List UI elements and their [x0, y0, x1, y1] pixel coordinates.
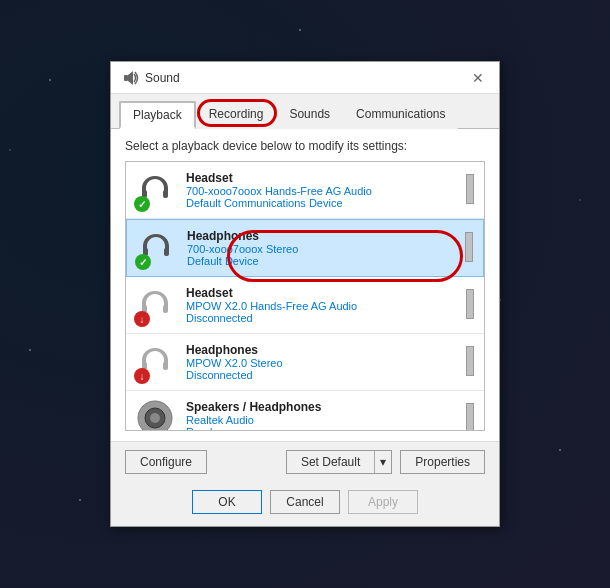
scroll-indicator [466, 346, 474, 376]
scroll-indicator [466, 403, 474, 431]
scroll-indicator [466, 289, 474, 319]
device-icon: ↓ [136, 342, 176, 382]
device-sub: Realtek Audio [186, 414, 466, 426]
device-name: Speakers / Headphones [186, 400, 466, 414]
dialog-title: Sound [145, 71, 180, 85]
device-icon: ↓ [136, 285, 176, 325]
device-sub: 700-xooo7ooox Hands-Free AG Audio [186, 185, 466, 197]
device-info: Speakers / Headphones Realtek Audio Read… [186, 400, 466, 431]
scroll-indicator [466, 174, 474, 204]
status-badge-green: ✓ [135, 254, 151, 270]
title-bar-left: Sound [123, 70, 180, 86]
device-icon: ✓ [136, 170, 176, 210]
status-badge-red: ↓ [134, 368, 150, 384]
device-name: Headset [186, 286, 466, 300]
status-badge-green: ✓ [134, 196, 150, 212]
apply-button[interactable]: Apply [348, 490, 418, 514]
svg-rect-5 [164, 248, 169, 256]
tab-playback[interactable]: Playback [119, 101, 196, 129]
set-default-button[interactable]: Set Default [286, 450, 374, 474]
device-sub: 700-xooo7ooox Stereo [187, 243, 465, 255]
device-item[interactable]: ↓ Headset MPOW X2.0 Hands-Free AG Audio … [126, 277, 484, 334]
device-icon: ✓ [137, 228, 177, 268]
device-sub: MPOW X2.0 Hands-Free AG Audio [186, 300, 466, 312]
device-item[interactable]: Speakers / Headphones Realtek Audio Read… [126, 391, 484, 431]
tabs-container: Playback Recording Sounds Communications [111, 94, 499, 129]
device-status: Default Device [187, 255, 465, 267]
device-name: Headphones [187, 229, 465, 243]
tab-recording[interactable]: Recording [196, 101, 277, 129]
tab-sounds[interactable]: Sounds [276, 101, 343, 129]
device-info: Headphones MPOW X2.0 Stereo Disconnected [186, 343, 466, 381]
sound-icon [123, 70, 139, 86]
device-item[interactable]: ↓ Headphones MPOW X2.0 Stereo Disconnect… [126, 334, 484, 391]
device-info: Headset 700-xooo7ooox Hands-Free AG Audi… [186, 171, 466, 209]
description-text: Select a playback device below to modify… [125, 139, 485, 153]
ok-button[interactable]: OK [192, 490, 262, 514]
device-status: Disconnected [186, 369, 466, 381]
properties-button[interactable]: Properties [400, 450, 485, 474]
title-bar: Sound ✕ [111, 62, 499, 94]
buttons-row: Configure Set Default ▾ Properties [111, 441, 499, 482]
device-name: Headset [186, 171, 466, 185]
ok-cancel-row: OK Cancel Apply [111, 482, 499, 526]
device-item[interactable]: ✓ Headset 700-xooo7ooox Hands-Free AG Au… [126, 162, 484, 219]
device-name: Headphones [186, 343, 466, 357]
svg-rect-9 [163, 362, 168, 370]
device-sub: MPOW X2.0 Stereo [186, 357, 466, 369]
device-status: Disconnected [186, 312, 466, 324]
device-item[interactable]: ✓ Headphones 700-xooo7ooox Stereo Defaul… [126, 219, 484, 277]
svg-rect-0 [124, 75, 128, 81]
close-button[interactable]: ✕ [469, 69, 487, 87]
cancel-button[interactable]: Cancel [270, 490, 340, 514]
set-default-dropdown[interactable]: ▾ [374, 450, 392, 474]
svg-point-12 [150, 413, 160, 423]
device-list[interactable]: ✓ Headset 700-xooo7ooox Hands-Free AG Au… [125, 161, 485, 431]
configure-button[interactable]: Configure [125, 450, 207, 474]
device-info: Headset MPOW X2.0 Hands-Free AG Audio Di… [186, 286, 466, 324]
sound-dialog: Sound ✕ Playback Recording Sounds Commun… [110, 61, 500, 527]
tab-communications[interactable]: Communications [343, 101, 458, 129]
svg-rect-7 [163, 305, 168, 313]
svg-marker-1 [128, 71, 133, 85]
device-status: Ready [186, 426, 466, 431]
status-badge-red: ↓ [134, 311, 150, 327]
svg-rect-3 [163, 190, 168, 198]
set-default-group: Set Default ▾ [286, 450, 392, 474]
content-area: Select a playback device below to modify… [111, 129, 499, 441]
device-icon [136, 399, 176, 431]
scroll-indicator [465, 232, 473, 262]
device-status: Default Communications Device [186, 197, 466, 209]
device-info: Headphones 700-xooo7ooox Stereo Default … [187, 229, 465, 267]
